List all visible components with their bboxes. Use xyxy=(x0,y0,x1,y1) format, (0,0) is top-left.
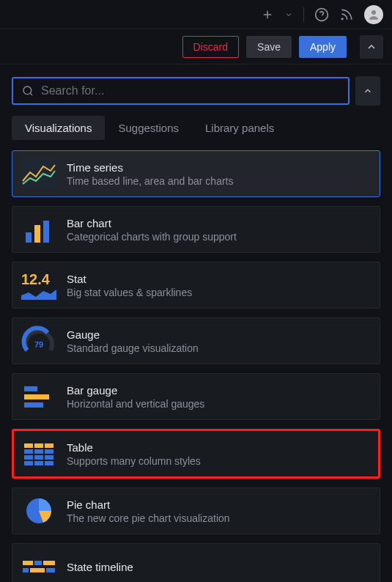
viz-title: Pie chart xyxy=(67,498,230,511)
divider xyxy=(303,7,304,22)
svg-rect-11 xyxy=(43,221,49,243)
svg-rect-34 xyxy=(30,568,45,572)
tab-visualizations[interactable]: Visualizations xyxy=(12,116,105,140)
save-button[interactable]: Save xyxy=(246,36,292,58)
svg-rect-26 xyxy=(24,461,33,465)
svg-text:79: 79 xyxy=(34,340,43,349)
viz-bar-gauge[interactable]: Bar gauge Horizontal and vertical gauges xyxy=(12,373,380,420)
svg-rect-22 xyxy=(45,449,53,454)
svg-rect-21 xyxy=(34,449,43,454)
add-icon[interactable] xyxy=(261,8,274,21)
svg-rect-16 xyxy=(24,402,43,408)
search-icon xyxy=(22,85,34,97)
svg-point-5 xyxy=(371,10,376,15)
svg-point-6 xyxy=(23,86,32,95)
gauge-icon: 79 xyxy=(21,325,56,356)
discard-button[interactable]: Discard xyxy=(182,36,239,58)
viz-state-timeline[interactable]: State timeline xyxy=(12,543,380,582)
svg-rect-31 xyxy=(34,561,42,565)
svg-rect-27 xyxy=(34,461,43,465)
viz-pie-chart[interactable]: Pie chart The new core pie chart visuali… xyxy=(12,487,380,534)
table-icon xyxy=(21,438,56,469)
viz-title: Stat xyxy=(67,273,192,285)
svg-rect-28 xyxy=(45,461,53,465)
svg-point-4 xyxy=(341,18,343,20)
help-icon[interactable] xyxy=(314,7,329,22)
viz-title: Gauge xyxy=(67,328,199,341)
viz-title: Time series xyxy=(67,161,234,174)
viz-gauge[interactable]: 79 Gauge Standard gauge visualization xyxy=(12,317,380,364)
bar-chart-icon xyxy=(21,214,56,245)
viz-bar-chart[interactable]: Bar chart Categorical charts with group … xyxy=(12,206,380,253)
collapse-button[interactable] xyxy=(360,35,383,59)
pie-chart-icon xyxy=(21,496,56,526)
svg-rect-19 xyxy=(45,443,53,448)
svg-rect-35 xyxy=(46,568,55,572)
apply-button[interactable]: Apply xyxy=(299,36,347,58)
svg-rect-23 xyxy=(24,455,33,460)
viz-desc: Horizontal and vertical gauges xyxy=(67,398,204,410)
svg-rect-25 xyxy=(45,455,53,460)
viz-time-series[interactable]: Time series Time based line, area and ba… xyxy=(12,150,380,197)
svg-rect-14 xyxy=(24,386,37,391)
svg-rect-15 xyxy=(24,394,49,399)
svg-rect-33 xyxy=(23,568,29,572)
viz-title: Bar chart xyxy=(67,217,237,229)
viz-title: State timeline xyxy=(67,561,133,573)
svg-rect-18 xyxy=(34,443,43,448)
svg-line-7 xyxy=(30,93,32,95)
viz-title: Table xyxy=(67,441,201,454)
svg-rect-10 xyxy=(34,225,40,243)
panel-collapse-button[interactable] xyxy=(355,76,380,106)
search-input-container[interactable] xyxy=(12,77,350,105)
viz-desc: Big stat values & sparklines xyxy=(67,287,192,298)
viz-desc: Time based line, area and bar charts xyxy=(67,175,234,187)
viz-desc: Standard gauge visualization xyxy=(67,342,199,354)
time-series-icon xyxy=(21,158,56,189)
state-timeline-icon xyxy=(21,551,56,582)
viz-desc: The new core pie chart visualization xyxy=(67,512,230,524)
tab-suggestions[interactable]: Suggestions xyxy=(105,116,192,140)
svg-rect-17 xyxy=(24,443,33,448)
viz-desc: Supports many column styles xyxy=(67,455,201,467)
stat-icon: 12.4 xyxy=(21,270,56,301)
viz-table[interactable]: Table Supports many column styles xyxy=(12,429,380,479)
svg-marker-12 xyxy=(21,290,56,300)
viz-desc: Categorical charts with group support xyxy=(67,231,237,243)
bar-gauge-icon xyxy=(21,381,56,412)
search-input[interactable] xyxy=(41,84,339,97)
rss-icon[interactable] xyxy=(339,7,354,22)
viz-title: Bar gauge xyxy=(67,384,204,397)
svg-rect-30 xyxy=(23,561,33,565)
viz-stat[interactable]: 12.4 Stat Big stat values & sparklines xyxy=(12,262,380,309)
svg-rect-9 xyxy=(26,232,32,243)
svg-rect-32 xyxy=(43,561,55,565)
tab-library-panels[interactable]: Library panels xyxy=(192,116,287,140)
svg-rect-24 xyxy=(34,455,43,460)
add-chevron-icon[interactable] xyxy=(284,10,293,19)
svg-rect-20 xyxy=(24,449,33,454)
avatar[interactable] xyxy=(364,5,383,24)
